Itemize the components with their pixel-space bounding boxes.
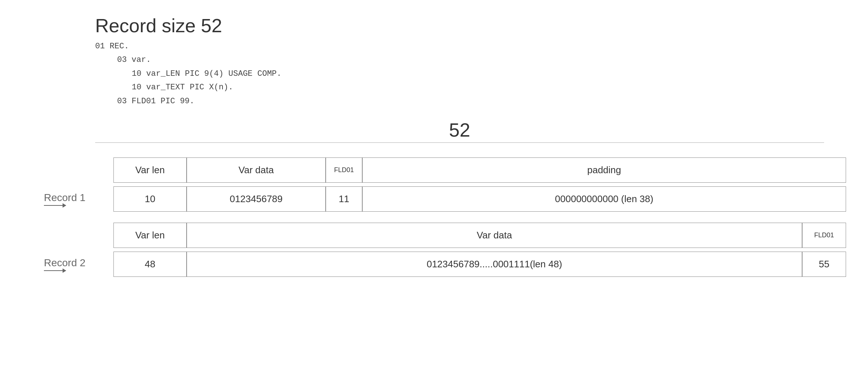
cobol-line-3: 10 var_LEN PIC 9(4) USAGE COMP.: [132, 67, 846, 81]
record2-data-group: Record 2 48 0123456789.....0001111(len 4…: [44, 252, 846, 277]
record1-header-row: Var len Var data FLD01 padding: [113, 157, 846, 183]
record2-header-row: Var len Var data FLD01: [113, 223, 846, 248]
spacer: [44, 215, 846, 223]
record2-header-fld01: FLD01: [802, 223, 846, 248]
record1-data-fld01: 11: [326, 186, 362, 212]
size-number: 52: [449, 119, 470, 141]
size-label-row: 52: [95, 119, 824, 143]
cobol-line-5: 03 FLD01 PIC 99.: [117, 94, 846, 108]
record1-data-vardata: 0123456789: [187, 186, 326, 212]
record2-header-table: Var len Var data FLD01: [113, 223, 846, 248]
record1-header-vardata: Var data: [187, 157, 326, 183]
record1-data-table: 10 0123456789 11 000000000000 (len 38): [113, 186, 846, 212]
record2-header-group: Record 2 Var len Var data FLD01: [44, 223, 846, 248]
record1-header-padding: padding: [362, 157, 846, 183]
record1-data-group: Record 1 10 0123456789 11 000000000000 (…: [44, 186, 846, 212]
cobol-line-2: 03 var.: [117, 53, 846, 67]
record2-label: Record 2: [44, 257, 113, 271]
record2-label-text: Record 2: [44, 257, 86, 269]
record2-data-table: 48 0123456789.....0001111(len 48) 55: [113, 252, 846, 277]
record1-data-varlen: 10: [113, 186, 187, 212]
record2-arrow: [44, 270, 66, 271]
record2-header-vardata: Var data: [187, 223, 802, 248]
record1-header-varlen: Var len: [113, 157, 187, 183]
record2-data-row: 48 0123456789.....0001111(len 48) 55: [113, 252, 846, 277]
record1-header-table: Var len Var data FLD01 padding: [113, 157, 846, 183]
page-title: Record size 52: [95, 15, 846, 37]
size-divider-line: [95, 142, 824, 143]
record2-data-vardata: 0123456789.....0001111(len 48): [187, 252, 802, 277]
cobol-line-1: 01 REC.: [95, 40, 846, 53]
record1-label-text: Record 1: [44, 192, 86, 204]
record2-header-varlen: Var len: [113, 223, 187, 248]
record1-arrow-line: [44, 205, 66, 206]
records-section: Record 1 Var len Var data FLD01 padding …: [44, 157, 846, 277]
cobol-line-4: 10 var_TEXT PIC X(n).: [132, 81, 846, 94]
record1-header-fld01: FLD01: [326, 157, 362, 183]
record1-label: Record 1: [44, 192, 113, 206]
record1-data-padding: 000000000000 (len 38): [362, 186, 846, 212]
record1-header-group: Record 1 Var len Var data FLD01 padding: [44, 157, 846, 183]
record1-arrow: [44, 205, 66, 206]
record2-arrow-line: [44, 270, 66, 271]
cobol-code-block: 01 REC. 03 var. 10 var_LEN PIC 9(4) USAG…: [95, 40, 846, 108]
record1-data-row: 10 0123456789 11 000000000000 (len 38): [113, 186, 846, 212]
record2-data-fld01: 55: [802, 252, 846, 277]
record2-data-varlen: 48: [113, 252, 187, 277]
